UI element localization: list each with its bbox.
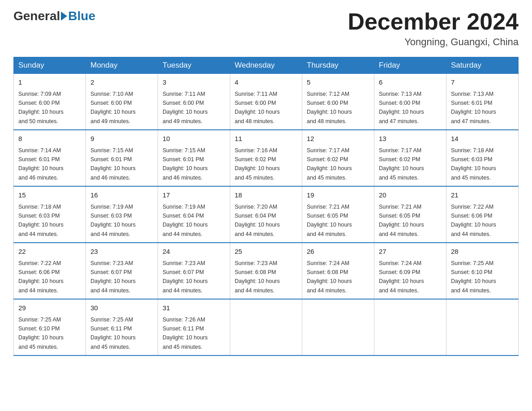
day-info: Sunrise: 7:13 AMSunset: 6:01 PMDaylight:… [451, 91, 496, 124]
day-cell [374, 299, 446, 355]
day-info: Sunrise: 7:17 AMSunset: 6:02 PMDaylight:… [379, 147, 424, 181]
logo-blue: Blue [68, 9, 95, 23]
day-cell: 28 Sunrise: 7:25 AMSunset: 6:10 PMDaylig… [446, 243, 519, 299]
day-number: 5 [307, 77, 369, 88]
day-number: 26 [307, 247, 369, 257]
day-info: Sunrise: 7:25 AMSunset: 6:10 PMDaylight:… [451, 260, 496, 294]
day-number: 21 [451, 190, 514, 201]
day-number: 23 [90, 247, 153, 257]
day-info: Sunrise: 7:19 AMSunset: 6:03 PMDaylight:… [90, 204, 136, 237]
day-info: Sunrise: 7:22 AMSunset: 6:06 PMDaylight:… [18, 260, 64, 294]
logo-arrow-icon [61, 12, 67, 21]
logo-general: General [13, 9, 60, 23]
header-monday: Monday [86, 57, 158, 74]
day-cell: 14 Sunrise: 7:18 AMSunset: 6:03 PMDaylig… [446, 130, 519, 186]
day-cell [446, 299, 519, 355]
day-info: Sunrise: 7:11 AMSunset: 6:00 PMDaylight:… [235, 91, 280, 124]
day-cell: 13 Sunrise: 7:17 AMSunset: 6:02 PMDaylig… [374, 130, 446, 186]
day-cell: 4 Sunrise: 7:11 AMSunset: 6:00 PMDayligh… [230, 74, 302, 130]
calendar-body: 1 Sunrise: 7:09 AMSunset: 6:00 PMDayligh… [14, 74, 519, 356]
day-info: Sunrise: 7:14 AMSunset: 6:01 PMDaylight:… [18, 147, 64, 181]
location: Yongning, Guangxi, China [348, 36, 519, 48]
day-cell: 26 Sunrise: 7:24 AMSunset: 6:08 PMDaylig… [302, 243, 374, 299]
logo-area: General Blue [13, 9, 95, 23]
day-info: Sunrise: 7:10 AMSunset: 6:00 PMDaylight:… [90, 91, 136, 124]
day-info: Sunrise: 7:26 AMSunset: 6:11 PMDaylight:… [163, 317, 208, 350]
header-thursday: Thursday [302, 57, 374, 74]
header-sunday: Sunday [14, 57, 86, 74]
day-info: Sunrise: 7:25 AMSunset: 6:10 PMDaylight:… [18, 317, 64, 350]
day-cell: 10 Sunrise: 7:15 AMSunset: 6:01 PMDaylig… [158, 130, 230, 186]
day-info: Sunrise: 7:25 AMSunset: 6:11 PMDaylight:… [90, 317, 136, 350]
header-row: Sunday Monday Tuesday Wednesday Thursday… [14, 57, 519, 74]
day-number: 6 [379, 77, 442, 88]
day-number: 24 [163, 247, 225, 257]
day-number: 19 [307, 190, 369, 201]
day-cell: 18 Sunrise: 7:20 AMSunset: 6:04 PMDaylig… [230, 186, 302, 243]
day-cell: 5 Sunrise: 7:12 AMSunset: 6:00 PMDayligh… [302, 74, 374, 130]
day-cell: 31 Sunrise: 7:26 AMSunset: 6:11 PMDaylig… [158, 299, 230, 355]
day-cell: 21 Sunrise: 7:22 AMSunset: 6:06 PMDaylig… [446, 186, 519, 243]
day-info: Sunrise: 7:20 AMSunset: 6:04 PMDaylight:… [235, 204, 280, 237]
logo: General Blue [13, 9, 95, 23]
day-cell: 2 Sunrise: 7:10 AMSunset: 6:00 PMDayligh… [86, 74, 158, 130]
page-header: General Blue December 2024 Yongning, Gua… [13, 9, 519, 48]
week-row-2: 8 Sunrise: 7:14 AMSunset: 6:01 PMDayligh… [14, 130, 519, 186]
day-cell: 30 Sunrise: 7:25 AMSunset: 6:11 PMDaylig… [86, 299, 158, 355]
day-cell: 24 Sunrise: 7:23 AMSunset: 6:07 PMDaylig… [158, 243, 230, 299]
title-area: December 2024 Yongning, Guangxi, China [348, 9, 519, 48]
day-cell: 15 Sunrise: 7:18 AMSunset: 6:03 PMDaylig… [14, 186, 86, 243]
day-number: 9 [90, 134, 153, 144]
header-saturday: Saturday [446, 57, 519, 74]
day-number: 12 [307, 134, 369, 144]
day-number: 1 [18, 77, 81, 88]
day-info: Sunrise: 7:23 AMSunset: 6:07 PMDaylight:… [163, 260, 208, 294]
week-row-5: 29 Sunrise: 7:25 AMSunset: 6:10 PMDaylig… [14, 299, 519, 355]
day-number: 31 [163, 303, 225, 313]
day-info: Sunrise: 7:23 AMSunset: 6:07 PMDaylight:… [90, 260, 136, 294]
day-number: 16 [90, 190, 153, 201]
day-number: 18 [235, 190, 297, 201]
day-number: 13 [379, 134, 442, 144]
day-cell: 12 Sunrise: 7:17 AMSunset: 6:02 PMDaylig… [302, 130, 374, 186]
day-cell: 6 Sunrise: 7:13 AMSunset: 6:00 PMDayligh… [374, 74, 446, 130]
day-info: Sunrise: 7:24 AMSunset: 6:08 PMDaylight:… [307, 260, 352, 294]
day-cell: 19 Sunrise: 7:21 AMSunset: 6:05 PMDaylig… [302, 186, 374, 243]
day-cell: 17 Sunrise: 7:19 AMSunset: 6:04 PMDaylig… [158, 186, 230, 243]
week-row-4: 22 Sunrise: 7:22 AMSunset: 6:06 PMDaylig… [14, 243, 519, 299]
day-number: 4 [235, 77, 297, 88]
day-number: 15 [18, 190, 81, 201]
calendar-table: Sunday Monday Tuesday Wednesday Thursday… [13, 57, 519, 356]
day-number: 7 [451, 77, 514, 88]
day-number: 10 [163, 134, 225, 144]
day-cell: 20 Sunrise: 7:21 AMSunset: 6:05 PMDaylig… [374, 186, 446, 243]
day-number: 30 [90, 303, 153, 313]
day-number: 29 [18, 303, 81, 313]
header-tuesday: Tuesday [158, 57, 230, 74]
day-number: 20 [379, 190, 442, 201]
day-number: 14 [451, 134, 514, 144]
day-number: 2 [90, 77, 153, 88]
day-number: 17 [163, 190, 225, 201]
day-info: Sunrise: 7:21 AMSunset: 6:05 PMDaylight:… [307, 204, 352, 237]
day-info: Sunrise: 7:15 AMSunset: 6:01 PMDaylight:… [90, 147, 136, 181]
day-cell [230, 299, 302, 355]
month-title: December 2024 [348, 9, 519, 34]
day-cell: 8 Sunrise: 7:14 AMSunset: 6:01 PMDayligh… [14, 130, 86, 186]
day-info: Sunrise: 7:09 AMSunset: 6:00 PMDaylight:… [18, 91, 64, 124]
day-cell: 27 Sunrise: 7:24 AMSunset: 6:09 PMDaylig… [374, 243, 446, 299]
day-info: Sunrise: 7:24 AMSunset: 6:09 PMDaylight:… [379, 260, 424, 294]
day-cell: 22 Sunrise: 7:22 AMSunset: 6:06 PMDaylig… [14, 243, 86, 299]
day-info: Sunrise: 7:18 AMSunset: 6:03 PMDaylight:… [451, 147, 496, 181]
day-cell: 3 Sunrise: 7:11 AMSunset: 6:00 PMDayligh… [158, 74, 230, 130]
day-info: Sunrise: 7:13 AMSunset: 6:00 PMDaylight:… [379, 91, 424, 124]
day-cell: 29 Sunrise: 7:25 AMSunset: 6:10 PMDaylig… [14, 299, 86, 355]
day-info: Sunrise: 7:19 AMSunset: 6:04 PMDaylight:… [163, 204, 208, 237]
day-info: Sunrise: 7:11 AMSunset: 6:00 PMDaylight:… [163, 91, 208, 124]
day-number: 28 [451, 247, 514, 257]
day-info: Sunrise: 7:18 AMSunset: 6:03 PMDaylight:… [18, 204, 64, 237]
day-number: 22 [18, 247, 81, 257]
day-number: 27 [379, 247, 442, 257]
day-info: Sunrise: 7:16 AMSunset: 6:02 PMDaylight:… [235, 147, 280, 181]
day-info: Sunrise: 7:12 AMSunset: 6:00 PMDaylight:… [307, 91, 352, 124]
